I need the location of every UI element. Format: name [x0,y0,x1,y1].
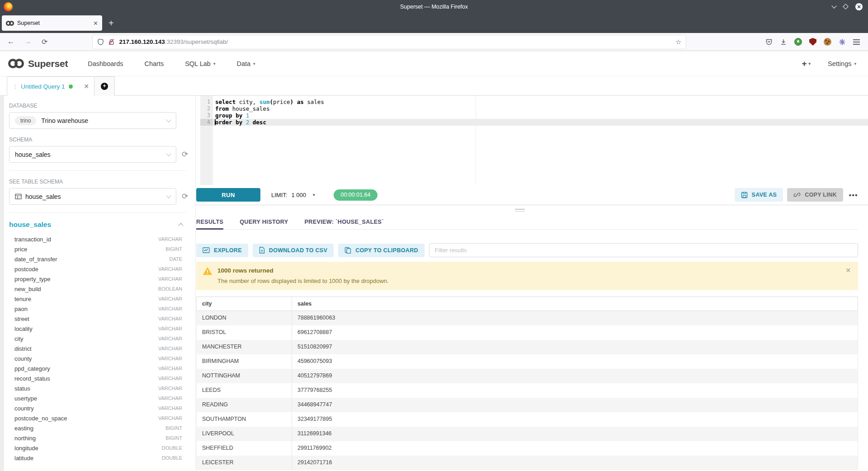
pocket-icon[interactable] [765,38,773,46]
column-type: VARCHAR [158,405,182,411]
column-row: countryVARCHAR [9,403,195,413]
header-cell-sales[interactable]: sales [292,297,858,311]
cookie-extension-icon[interactable] [824,38,831,46]
query-tab-title: Untitled Query 1 [21,83,65,90]
column-type: VARCHAR [158,306,182,311]
back-icon[interactable]: ← [7,38,14,46]
code-line[interactable]: group by 1 [213,112,868,119]
results-tab-2[interactable]: PREVIEW: `HOUSE_SALES` [305,216,384,230]
pane-splitter[interactable] [196,205,868,216]
run-button[interactable]: RUN [196,188,260,202]
add-query-tab[interactable]: + [94,76,115,96]
results-tab-0[interactable]: RESULTS [196,216,223,230]
column-type: BOOLEAN [158,286,182,292]
alert-close-icon[interactable]: ✕ [845,267,851,274]
explore-button[interactable]: EXPLORE [196,244,248,257]
column-row: streetVARCHAR [9,314,195,324]
nav-item-data[interactable]: Data▾ [236,60,255,67]
browser-tab-title: Superset [17,20,40,26]
column-type: DOUBLE [162,445,182,451]
shield-icon[interactable] [97,38,104,46]
table-row: NOTTINGHAM40512797869 [196,369,858,383]
column-name: street [14,316,29,322]
column-name: postcode_no_space [14,415,67,422]
refresh-schemas-icon[interactable]: ⟳ [182,150,188,159]
table-name-heading[interactable]: house_sales [9,221,51,229]
table-row: MANCHESTER51510820997 [196,340,858,354]
sql-editor[interactable]: 1234 select city, sum(price) as salesfro… [196,96,868,185]
nav-item-charts[interactable]: Charts [144,60,164,67]
copy-link-button[interactable]: COPY LINK [787,188,843,202]
navbar-menu: DashboardsChartsSQL Lab▾Data▾ [88,60,255,67]
forward-icon[interactable]: → [24,38,32,46]
query-tab[interactable]: ⋮ Untitled Query 1 ✕ [7,76,94,96]
save-icon [741,192,748,198]
url-bar[interactable]: 217.160.120.143:32393/superset/sqllab/ ☆ [93,35,686,49]
new-tab-button[interactable]: + [108,18,114,28]
drag-handle-icon[interactable]: ⋮ [12,83,17,90]
ublock-icon[interactable] [809,38,816,46]
database-value: Trino warehouse [41,117,88,124]
add-new-button[interactable]: +▾ [802,59,811,69]
container-extension-icon[interactable] [839,38,846,46]
chevron-down-icon [166,117,171,122]
chevron-down-icon [166,193,171,198]
code-line[interactable]: select city, sum(price) as sales [213,99,868,105]
chevron-down-icon [166,151,171,156]
limit-dropdown[interactable]: LIMIT: 1 000 ▾ [271,192,315,198]
column-row: priceBIGINT [9,244,195,254]
superset-logo[interactable] [8,59,24,68]
filter-results-input[interactable] [429,243,858,257]
editor-toolbar: RUN LIMIT: 1 000 ▾ 00:00:01.64 SAVE AS C… [196,185,868,205]
download-icon[interactable] [780,38,787,46]
menu-icon[interactable] [853,39,860,45]
column-type: VARCHAR [158,336,182,341]
window-close-icon[interactable]: ✕ [855,3,863,10]
rows-returned-alert: 1000 rows returned The number of rows di… [196,262,858,290]
column-row: localityVARCHAR [9,324,195,334]
query-tab-close-icon[interactable]: ✕ [84,83,89,90]
table-cell: LEEDS [197,383,292,398]
database-select[interactable]: trino Trino warehouse [9,112,176,129]
collapse-chevron-icon[interactable] [178,223,183,228]
results-tab-1[interactable]: QUERY HISTORY [240,216,288,230]
insecure-lock-icon[interactable] [108,38,115,45]
window-minimize-icon[interactable] [831,3,836,8]
privacy-badger-icon[interactable] [794,38,802,46]
refresh-tables-icon[interactable]: ⟳ [182,192,188,201]
tab-close-icon[interactable]: ✕ [93,20,98,27]
nav-item-sql-lab[interactable]: SQL Lab▾ [185,60,215,67]
copy-clipboard-button[interactable]: COPY TO CLIPBOARD [338,244,425,257]
column-row: ppd_categoryVARCHAR [9,363,195,373]
column-name: usertype [14,395,37,402]
code-line[interactable]: order by 2 desc [213,119,868,126]
column-name: ppd_category [14,365,50,372]
column-name: postcode [14,266,38,273]
brand-name[interactable]: Superset [28,58,68,69]
nav-item-dashboards[interactable]: Dashboards [88,60,123,67]
column-type: VARCHAR [158,296,182,301]
column-name: new_build [14,286,41,292]
column-type: VARCHAR [158,366,182,371]
column-row: eastingBIGINT [9,423,195,433]
code-line[interactable]: from house_sales [213,105,868,112]
save-as-button[interactable]: SAVE AS [735,188,783,202]
settings-menu[interactable]: Settings▾ [828,60,856,67]
table-cell: BIRMINGHAM [197,354,292,369]
column-type: VARCHAR [158,346,182,351]
more-actions-button[interactable]: ••• [849,191,858,199]
table-select[interactable]: house_sales [9,188,176,205]
table-cell: SHEFFIELD [197,441,292,456]
table-row: LIVERPOOL31126991346 [196,427,858,441]
download-csv-button[interactable]: DOWNLOAD TO CSV [253,244,334,257]
browser-tab[interactable]: Superset ✕ [2,15,102,31]
line-number: 1 [200,99,213,105]
table-row: LEEDS37779768255 [196,383,858,398]
window-maximize-icon[interactable] [843,4,849,9]
reload-icon[interactable]: ⟳ [42,38,47,46]
header-cell-city[interactable]: city [197,297,292,311]
table-cell: 32349177895 [292,412,858,427]
schema-select[interactable]: house_sales [9,146,176,163]
bookmark-star-icon[interactable]: ☆ [675,38,681,46]
browser-tabstrip: Superset ✕ + [0,13,868,33]
